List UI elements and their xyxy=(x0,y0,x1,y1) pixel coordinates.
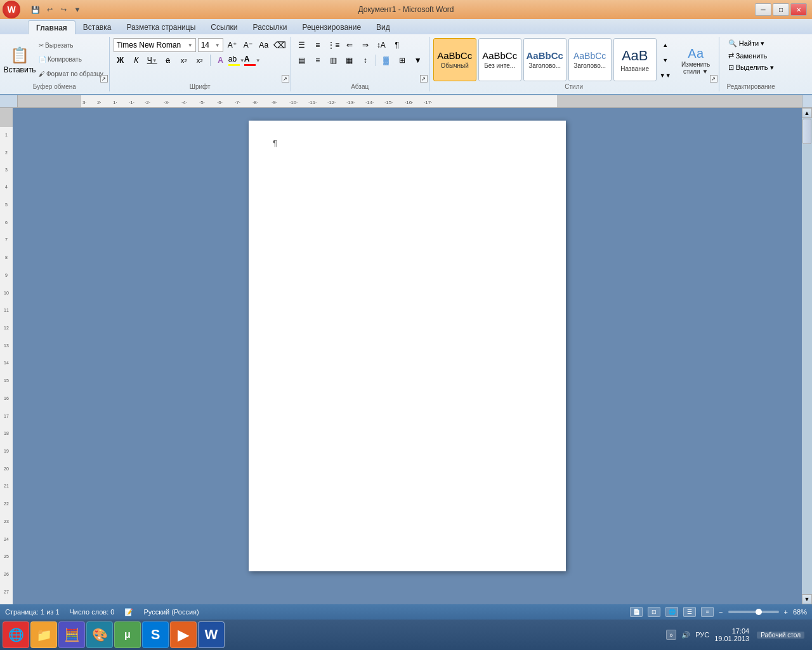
tab-home[interactable]: Главная xyxy=(28,20,75,34)
styles-down-button[interactable]: ▼ xyxy=(658,53,672,67)
close-button[interactable]: ✕ xyxy=(790,3,807,16)
taskbar-utorrent[interactable]: μ xyxy=(114,621,141,648)
align-left-button[interactable]: ▤ xyxy=(295,53,309,67)
font-grow-button[interactable]: A⁺ xyxy=(225,38,239,52)
scroll-up-button[interactable]: ▲ xyxy=(802,108,812,118)
tab-references[interactable]: Ссылки xyxy=(203,20,245,34)
web-view-button[interactable]: 🌐 xyxy=(665,607,678,617)
multilevel-list-button[interactable]: ⋮≡ xyxy=(327,38,341,52)
taskbar-calculator[interactable]: 🧮 xyxy=(58,621,85,648)
zoom-slider[interactable] xyxy=(728,611,779,613)
document-page[interactable]: ¶ xyxy=(249,121,566,571)
align-center-button[interactable]: ≡ xyxy=(311,53,325,67)
style-title[interactable]: AaB Название xyxy=(613,38,657,81)
svg-text:18: 18 xyxy=(4,431,9,435)
undo-qat-button[interactable]: ↩ xyxy=(43,3,56,16)
styles-up-button[interactable]: ▲ xyxy=(658,38,672,52)
change-case-button[interactable]: Аа xyxy=(257,38,271,52)
scroll-down-button[interactable]: ▼ xyxy=(802,594,812,604)
border-arrow-button[interactable]: ▼ xyxy=(411,53,425,67)
font-expand-button[interactable]: ↗ xyxy=(282,75,289,83)
styles-more-button[interactable]: ▼▼ xyxy=(658,69,672,83)
qat-more-button[interactable]: ▼ xyxy=(71,3,84,16)
select-button[interactable]: ⊡ Выделить ▾ xyxy=(726,62,776,73)
find-button[interactable]: 🔍 Найти ▾ xyxy=(726,38,767,49)
cut-button[interactable]: ✂ Вырезать xyxy=(37,41,105,50)
taskbar-word[interactable]: W xyxy=(198,621,225,648)
subscript-button[interactable]: x2 xyxy=(177,53,191,67)
vertical-scrollbar: ▲ ▼ xyxy=(802,108,812,604)
text-effects-button[interactable]: А xyxy=(214,53,228,67)
style-heading1[interactable]: AaBbCc Заголово... xyxy=(523,38,566,81)
style-heading2[interactable]: AaBbCc Заголово... xyxy=(568,38,612,81)
horizontal-ruler: 3· 2· 1· ·1· ·2· ·3· ·4· ·5· ·6· ·7· ·8·… xyxy=(18,95,802,108)
show-hide-button[interactable]: ¶ xyxy=(390,38,404,52)
fullscreen-view-button[interactable]: ⊡ xyxy=(648,607,660,617)
ribbon-group-editing: 🔍 Найти ▾ ⇄ Заменить ⊡ Выделить ▾ Редакт… xyxy=(719,37,783,91)
tab-mailings[interactable]: Рассылки xyxy=(246,20,295,34)
office-button[interactable]: W xyxy=(3,1,20,18)
taskbar-chrome[interactable]: 🌐 xyxy=(3,621,29,648)
replace-button[interactable]: ⇄ Заменить xyxy=(726,50,769,61)
svg-text:2: 2 xyxy=(5,150,8,155)
underline-button[interactable]: Ч▼ xyxy=(145,53,159,67)
font-name-dropdown[interactable]: Times New Roman ▼ xyxy=(114,38,196,52)
change-styles-button[interactable]: Аа Изменить стили ▼ xyxy=(677,46,715,75)
strikethrough-button[interactable]: а xyxy=(161,53,175,67)
align-right-button[interactable]: ▥ xyxy=(327,53,341,67)
redo-qat-button[interactable]: ↪ xyxy=(57,3,70,16)
clipboard-expand-button[interactable]: ↗ xyxy=(100,75,108,83)
highlight-button[interactable]: аb ▼ xyxy=(230,53,244,67)
numbered-list-button[interactable]: ≡ xyxy=(311,38,325,52)
zoom-plus-button[interactable]: + xyxy=(784,608,788,616)
svg-rect-1 xyxy=(18,95,81,108)
font-shrink-button[interactable]: A⁻ xyxy=(241,38,255,52)
styles-nav: ▲ ▼ ▼▼ xyxy=(658,38,672,83)
taskbar-paint[interactable]: 🎨 xyxy=(86,621,113,648)
increase-indent-button[interactable]: ⇒ xyxy=(358,38,372,52)
format-painter-button[interactable]: 🖌 Формат по образцу xyxy=(37,70,105,78)
taskbar-media[interactable]: ▶ xyxy=(170,621,197,648)
decrease-indent-button[interactable]: ⇐ xyxy=(343,38,357,52)
paste-button[interactable]: 📋 Вставить xyxy=(4,38,36,81)
justify-button[interactable]: ▦ xyxy=(343,53,357,67)
font-format-row: Ж К Ч▼ а x2 x2 А аb ▼ xyxy=(114,53,259,67)
draft-view-button[interactable]: ≡ xyxy=(701,607,714,617)
tab-page-layout[interactable]: Разметка страницы xyxy=(119,20,203,34)
shading-button[interactable]: ▓ xyxy=(379,53,393,67)
print-view-button[interactable]: 📄 xyxy=(630,607,643,617)
tray-more-button[interactable]: » xyxy=(666,630,676,640)
desktop-button[interactable]: Рабочий стол xyxy=(757,632,804,639)
maximize-button[interactable]: □ xyxy=(773,3,789,16)
font-color-button[interactable]: А ▼ xyxy=(246,53,259,67)
bullets-button[interactable]: ☰ xyxy=(295,38,309,52)
document-area[interactable]: ¶ xyxy=(13,108,802,604)
font-size-dropdown[interactable]: 14 ▼ xyxy=(198,38,223,52)
zoom-minus-button[interactable]: − xyxy=(719,608,723,616)
save-qat-button[interactable]: 💾 xyxy=(29,3,42,16)
outline-view-button[interactable]: ☰ xyxy=(683,607,696,617)
copy-button[interactable]: 📄 Копировать xyxy=(37,55,105,63)
scroll-thumb[interactable] xyxy=(802,119,811,144)
borders-button[interactable]: ⊞ xyxy=(395,53,409,67)
scroll-track[interactable] xyxy=(802,118,812,594)
line-spacing-button[interactable]: ↕ xyxy=(358,53,372,67)
taskbar-explorer[interactable]: 📁 xyxy=(30,621,57,648)
sort-button[interactable]: ↕A xyxy=(374,38,388,52)
paragraph-expand-button[interactable]: ↗ xyxy=(420,75,428,83)
tab-review[interactable]: Рецензирование xyxy=(294,20,369,34)
minimize-button[interactable]: ─ xyxy=(755,3,771,16)
ribbon-tabs: Главная Вставка Разметка страницы Ссылки… xyxy=(0,19,812,34)
italic-button[interactable]: К xyxy=(129,53,143,67)
tab-insert[interactable]: Вставка xyxy=(75,20,119,34)
bold-button[interactable]: Ж xyxy=(114,53,128,67)
taskbar-skype[interactable]: S xyxy=(142,621,169,648)
clear-format-button[interactable]: ⌫ xyxy=(273,38,287,52)
superscript-button[interactable]: x2 xyxy=(193,53,207,67)
style-normal[interactable]: AaBbCc Обычный xyxy=(433,38,476,81)
styles-expand-button[interactable]: ↗ xyxy=(710,75,717,83)
tab-view[interactable]: Вид xyxy=(369,20,398,34)
ruler-corner xyxy=(0,95,18,108)
style-title-preview: AaB xyxy=(622,48,648,64)
style-no-spacing[interactable]: AaBbCc Без инте... xyxy=(478,38,521,81)
